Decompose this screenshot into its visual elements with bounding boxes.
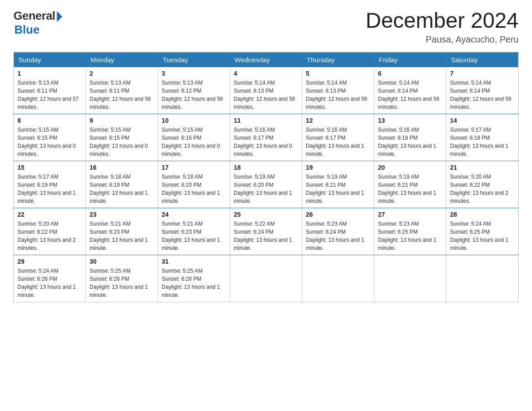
day-info: Sunrise: 5:16 AMSunset: 6:17 PMDaylight:…: [234, 127, 292, 157]
day-number: 19: [306, 164, 370, 171]
day-number: 18: [234, 164, 298, 171]
calendar-day-cell: 20 Sunrise: 5:19 AMSunset: 6:21 PMDaylig…: [374, 161, 446, 208]
weekday-header-saturday: Saturday: [446, 52, 519, 67]
calendar-day-cell: 5 Sunrise: 5:14 AMSunset: 6:13 PMDayligh…: [302, 67, 374, 114]
calendar-day-cell: 10 Sunrise: 5:15 AMSunset: 6:16 PMDaylig…: [158, 114, 230, 161]
calendar-day-cell: 23 Sunrise: 5:21 AMSunset: 6:23 PMDaylig…: [86, 208, 158, 255]
day-number: 6: [378, 70, 442, 77]
day-number: 7: [450, 70, 515, 77]
day-number: 24: [162, 211, 226, 218]
calendar-day-cell: [230, 255, 302, 302]
day-info: Sunrise: 5:13 AMSunset: 6:11 PMDaylight:…: [17, 80, 79, 110]
day-info: Sunrise: 5:19 AMSunset: 6:21 PMDaylight:…: [306, 174, 364, 204]
weekday-header-tuesday: Tuesday: [158, 52, 230, 67]
calendar-day-cell: 29 Sunrise: 5:24 AMSunset: 6:26 PMDaylig…: [14, 255, 86, 302]
calendar-week-row: 15 Sunrise: 5:17 AMSunset: 6:19 PMDaylig…: [14, 161, 519, 208]
day-number: 26: [306, 211, 370, 218]
calendar-day-cell: 27 Sunrise: 5:23 AMSunset: 6:25 PMDaylig…: [374, 208, 446, 255]
day-number: 13: [378, 117, 442, 124]
weekday-header-wednesday: Wednesday: [230, 52, 302, 67]
calendar-day-cell: 31 Sunrise: 5:25 AMSunset: 6:26 PMDaylig…: [158, 255, 230, 302]
title-section: December 2024 Pausa, Ayacucho, Peru: [365, 9, 519, 45]
calendar-day-cell: 2 Sunrise: 5:13 AMSunset: 6:11 PMDayligh…: [86, 67, 158, 114]
calendar-day-cell: 4 Sunrise: 5:14 AMSunset: 6:13 PMDayligh…: [230, 67, 302, 114]
day-number: 23: [90, 211, 154, 218]
day-number: 17: [162, 164, 226, 171]
day-info: Sunrise: 5:23 AMSunset: 6:25 PMDaylight:…: [378, 221, 436, 251]
calendar-day-cell: 6 Sunrise: 5:14 AMSunset: 6:14 PMDayligh…: [374, 67, 446, 114]
calendar-day-cell: 11 Sunrise: 5:16 AMSunset: 6:17 PMDaylig…: [230, 114, 302, 161]
day-number: 21: [450, 164, 515, 171]
day-number: 30: [90, 258, 154, 265]
day-info: Sunrise: 5:20 AMSunset: 6:22 PMDaylight:…: [450, 174, 508, 204]
calendar-day-cell: 22 Sunrise: 5:20 AMSunset: 6:22 PMDaylig…: [14, 208, 86, 255]
calendar-week-row: 22 Sunrise: 5:20 AMSunset: 6:22 PMDaylig…: [14, 208, 519, 255]
day-number: 2: [90, 70, 154, 77]
calendar-day-cell: 3 Sunrise: 5:13 AMSunset: 6:12 PMDayligh…: [158, 67, 230, 114]
weekday-header-friday: Friday: [374, 52, 446, 67]
day-number: 22: [17, 211, 82, 218]
day-info: Sunrise: 5:14 AMSunset: 6:13 PMDaylight:…: [306, 80, 367, 110]
day-number: 29: [17, 258, 82, 265]
calendar-day-cell: 16 Sunrise: 5:18 AMSunset: 6:19 PMDaylig…: [86, 161, 158, 208]
day-info: Sunrise: 5:19 AMSunset: 6:21 PMDaylight:…: [378, 174, 436, 204]
weekday-header-monday: Monday: [86, 52, 158, 67]
logo-general-text: General: [13, 9, 55, 23]
calendar-day-cell: 18 Sunrise: 5:19 AMSunset: 6:20 PMDaylig…: [230, 161, 302, 208]
logo: General Blue: [13, 9, 62, 37]
day-info: Sunrise: 5:23 AMSunset: 6:24 PMDaylight:…: [306, 221, 364, 251]
day-info: Sunrise: 5:18 AMSunset: 6:20 PMDaylight:…: [162, 174, 220, 204]
calendar-day-cell: 7 Sunrise: 5:14 AMSunset: 6:14 PMDayligh…: [446, 67, 519, 114]
calendar-day-cell: [374, 255, 446, 302]
weekday-header-sunday: Sunday: [14, 52, 86, 67]
day-number: 28: [450, 211, 515, 218]
day-info: Sunrise: 5:16 AMSunset: 6:18 PMDaylight:…: [378, 127, 436, 157]
calendar-day-cell: 12 Sunrise: 5:16 AMSunset: 6:17 PMDaylig…: [302, 114, 374, 161]
calendar-week-row: 8 Sunrise: 5:15 AMSunset: 6:15 PMDayligh…: [14, 114, 519, 161]
day-info: Sunrise: 5:14 AMSunset: 6:13 PMDaylight:…: [234, 80, 295, 110]
day-info: Sunrise: 5:15 AMSunset: 6:16 PMDaylight:…: [162, 127, 220, 157]
day-info: Sunrise: 5:21 AMSunset: 6:23 PMDaylight:…: [162, 221, 220, 251]
day-info: Sunrise: 5:21 AMSunset: 6:23 PMDaylight:…: [90, 221, 148, 251]
day-info: Sunrise: 5:15 AMSunset: 6:15 PMDaylight:…: [17, 127, 76, 157]
day-number: 11: [234, 117, 298, 124]
day-info: Sunrise: 5:15 AMSunset: 6:15 PMDaylight:…: [90, 127, 148, 157]
logo-blue-text: Blue: [14, 23, 39, 37]
calendar-table: SundayMondayTuesdayWednesdayThursdayFrid…: [13, 52, 519, 302]
month-title: December 2024: [365, 9, 519, 33]
calendar-day-cell: 28 Sunrise: 5:24 AMSunset: 6:25 PMDaylig…: [446, 208, 519, 255]
calendar-day-cell: 17 Sunrise: 5:18 AMSunset: 6:20 PMDaylig…: [158, 161, 230, 208]
day-number: 5: [306, 70, 370, 77]
logo-arrow-icon: [57, 11, 62, 22]
calendar-day-cell: 9 Sunrise: 5:15 AMSunset: 6:15 PMDayligh…: [86, 114, 158, 161]
day-info: Sunrise: 5:24 AMSunset: 6:25 PMDaylight:…: [450, 221, 508, 251]
day-number: 4: [234, 70, 298, 77]
day-number: 25: [234, 211, 298, 218]
location-title: Pausa, Ayacucho, Peru: [365, 34, 519, 45]
calendar-week-row: 29 Sunrise: 5:24 AMSunset: 6:26 PMDaylig…: [14, 255, 519, 302]
day-number: 31: [162, 258, 226, 265]
calendar-week-row: 1 Sunrise: 5:13 AMSunset: 6:11 PMDayligh…: [14, 67, 519, 114]
calendar-day-cell: 14 Sunrise: 5:17 AMSunset: 6:18 PMDaylig…: [446, 114, 519, 161]
calendar-day-cell: [446, 255, 519, 302]
day-info: Sunrise: 5:13 AMSunset: 6:11 PMDaylight:…: [90, 80, 151, 110]
calendar-day-cell: [302, 255, 374, 302]
day-info: Sunrise: 5:16 AMSunset: 6:17 PMDaylight:…: [306, 127, 364, 157]
day-info: Sunrise: 5:25 AMSunset: 6:26 PMDaylight:…: [162, 268, 220, 298]
day-info: Sunrise: 5:25 AMSunset: 6:26 PMDaylight:…: [90, 268, 148, 298]
day-info: Sunrise: 5:24 AMSunset: 6:26 PMDaylight:…: [17, 268, 76, 298]
day-info: Sunrise: 5:17 AMSunset: 6:18 PMDaylight:…: [450, 127, 508, 157]
day-number: 14: [450, 117, 515, 124]
day-number: 20: [378, 164, 442, 171]
day-info: Sunrise: 5:14 AMSunset: 6:14 PMDaylight:…: [450, 80, 511, 110]
calendar-day-cell: 19 Sunrise: 5:19 AMSunset: 6:21 PMDaylig…: [302, 161, 374, 208]
day-number: 27: [378, 211, 442, 218]
day-number: 8: [17, 117, 82, 124]
day-number: 1: [17, 70, 82, 77]
calendar-day-cell: 21 Sunrise: 5:20 AMSunset: 6:22 PMDaylig…: [446, 161, 519, 208]
day-info: Sunrise: 5:19 AMSunset: 6:20 PMDaylight:…: [234, 174, 292, 204]
page-header: General Blue December 2024 Pausa, Ayacuc…: [13, 9, 519, 45]
calendar-day-cell: 1 Sunrise: 5:13 AMSunset: 6:11 PMDayligh…: [14, 67, 86, 114]
day-number: 15: [17, 164, 82, 171]
calendar-day-cell: 8 Sunrise: 5:15 AMSunset: 6:15 PMDayligh…: [14, 114, 86, 161]
